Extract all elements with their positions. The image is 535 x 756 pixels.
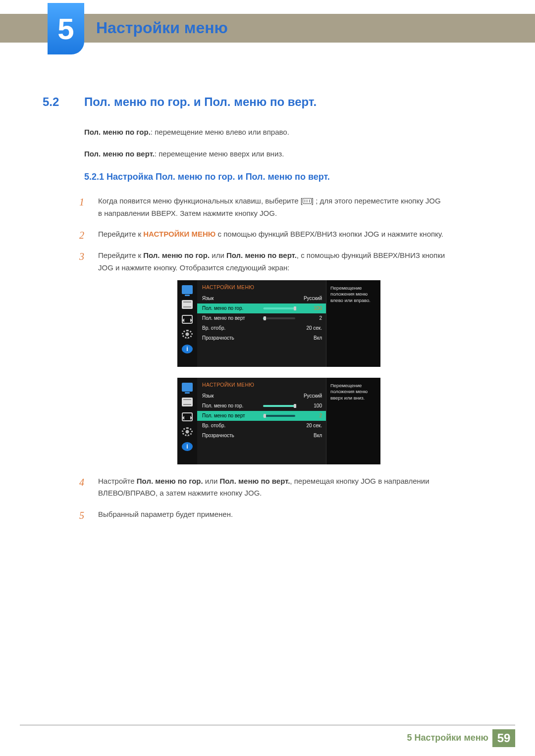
list-icon [182, 300, 193, 309]
osd-row-v-pos: Пол. меню по верт 2 [197, 313, 326, 323]
step-3: Перейдите к Пол. меню по гор. или Пол. м… [84, 250, 446, 464]
section-number: 5.2 [43, 95, 59, 109]
osd-main: НАСТРОЙКИ МЕНЮ ЯзыкРусский Пол. меню по … [197, 378, 326, 464]
chapter-title: Настройки меню [96, 19, 228, 37]
info-icon: i [182, 442, 193, 451]
subsection-header: 5.2.1 Настройка Пол. меню по гор. и Пол.… [84, 170, 446, 184]
monitor-icon [182, 285, 193, 294]
osd-tooltip: Перемещение положения меню вверх или вни… [326, 378, 380, 464]
intro-line-1: Пол. меню по гор.: перемещение меню влев… [84, 126, 446, 138]
chapter-number-badge: 5 [48, 3, 84, 54]
section-title: Пол. меню по гор. и Пол. меню по верт. [84, 95, 317, 109]
arrows-icon [182, 412, 193, 421]
osd-panel-horizontal: i НАСТРОЙКИ МЕНЮ ЯзыкРусский Пол. меню п… [177, 280, 380, 367]
intro-bold-1: Пол. меню по гор. [84, 128, 151, 136]
footer-page-number: 59 [492, 729, 515, 747]
info-icon: i [182, 345, 193, 353]
osd-title: НАСТРОЙКИ МЕНЮ [197, 381, 326, 391]
step-2: Перейдите к НАСТРОЙКИ МЕНЮ с помощью фун… [84, 228, 446, 241]
monitor-icon [182, 383, 193, 392]
osd-row-display-time: Вр. отобр.20 сек. [197, 421, 326, 431]
step-1: Когда появится меню функциональных клави… [84, 195, 446, 220]
osd-panel-vertical: i НАСТРОЙКИ МЕНЮ ЯзыкРусский Пол. меню п… [177, 378, 380, 464]
footer-chapter-label: 5 Настройки меню [407, 733, 488, 743]
slider-bar-icon [263, 405, 295, 407]
intro-line-2: Пол. меню по верт.: перемещение меню вве… [84, 148, 446, 160]
list-icon [182, 398, 193, 406]
gear-icon [182, 427, 193, 436]
osd-row-transparency: ПрозрачностьВкл [197, 431, 326, 441]
slider-bar-icon [263, 415, 295, 417]
osd-row-display-time: Вр. отобр.20 сек. [197, 323, 326, 333]
steps-list: Когда появится меню функциональных клави… [84, 195, 446, 521]
osd-tooltip: Перемещение положения меню влево или впр… [326, 280, 380, 367]
osd-row-language: ЯзыкРусский [197, 391, 326, 401]
osd-row-v-pos-selected: Пол. меню по верт 2 [197, 411, 326, 421]
step-5: Выбранный параметр будет применен. [84, 508, 446, 521]
osd-row-transparency: ПрозрачностьВкл [197, 333, 326, 343]
osd-nav: i [177, 280, 197, 367]
slider-bar-icon [263, 317, 295, 319]
osd-row-h-pos: Пол. меню по гор. 100 [197, 401, 326, 411]
osd-main: НАСТРОЙКИ МЕНЮ ЯзыкРусский Пол. меню по … [197, 280, 326, 367]
intro-bold-2: Пол. меню по верт. [84, 150, 155, 158]
osd-title: НАСТРОЙКИ МЕНЮ [197, 283, 326, 294]
arrows-icon [182, 315, 193, 324]
osd-row-h-pos-selected: Пол. меню по гор. 100 [197, 303, 326, 313]
content-body: Пол. меню по гор.: перемещение меню влев… [84, 126, 446, 530]
osd-row-language: ЯзыкРусский [197, 294, 326, 303]
osd-illustrations: i НАСТРОЙКИ МЕНЮ ЯзыкРусский Пол. меню п… [177, 280, 380, 464]
slider-bar-icon [263, 307, 295, 309]
gear-icon [182, 330, 193, 339]
menu-icon [303, 198, 312, 204]
step-4: Настройте Пол. меню по гор. или Пол. мен… [84, 475, 446, 500]
footer-rule [20, 725, 515, 725]
osd-nav: i [177, 378, 197, 464]
